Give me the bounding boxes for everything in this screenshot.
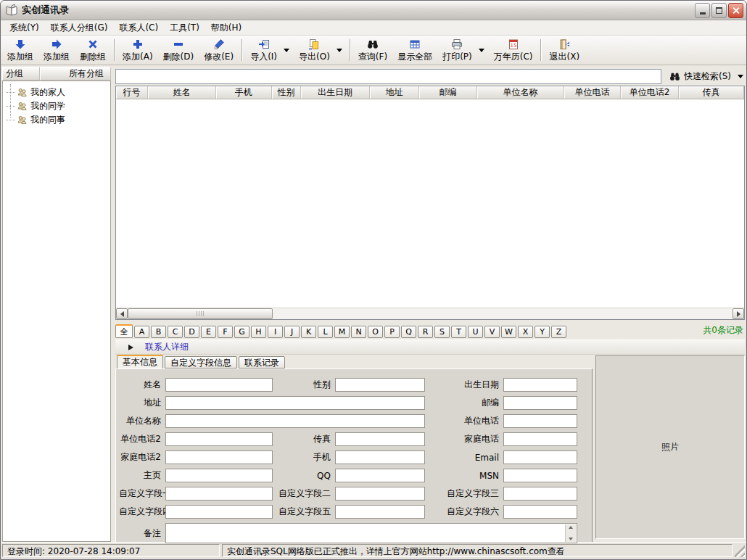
search-button[interactable]: 查询(F): [353, 37, 392, 64]
close-button[interactable]: [728, 3, 743, 18]
col-row-number[interactable]: 行号: [116, 86, 148, 99]
name-field[interactable]: [165, 378, 273, 392]
quick-search-button[interactable]: 快速检索(S): [668, 69, 745, 84]
scroll-left-button[interactable]: [116, 308, 128, 319]
home-phone-field[interactable]: [503, 432, 577, 446]
print-button[interactable]: 打印(P): [437, 37, 477, 64]
col-company-phone[interactable]: 单位电话: [564, 86, 621, 99]
alpha-tab-h[interactable]: H: [251, 326, 266, 338]
alpha-tab-f[interactable]: F: [218, 326, 233, 338]
add-group-down-button[interactable]: 添加组: [2, 37, 38, 64]
alpha-tab-z[interactable]: Z: [551, 326, 566, 338]
alpha-tab-p[interactable]: P: [384, 326, 400, 338]
add-contact-button[interactable]: 添加(A): [117, 37, 158, 64]
alpha-tab-w[interactable]: W: [501, 326, 516, 338]
tab-contact-log[interactable]: 联系记录: [239, 356, 285, 368]
minimize-button[interactable]: [695, 3, 710, 18]
tree-item-classmates[interactable]: 我的同学: [3, 99, 110, 113]
gender-field[interactable]: [335, 378, 425, 392]
alpha-tab-i[interactable]: I: [268, 326, 283, 338]
custom1-field[interactable]: [165, 487, 273, 501]
custom5-field[interactable]: [335, 505, 425, 519]
alpha-tab-s[interactable]: S: [434, 326, 450, 338]
menu-help[interactable]: 帮助(H): [205, 20, 247, 36]
zipcode-field[interactable]: [503, 396, 577, 410]
custom4-field[interactable]: [165, 505, 273, 519]
homepage-field[interactable]: [165, 469, 273, 482]
alpha-tab-g[interactable]: G: [234, 326, 249, 338]
calendar-button[interactable]: 15 万年历(C): [489, 37, 538, 64]
alpha-tab-n[interactable]: N: [351, 326, 366, 338]
export-button[interactable]: 导出(O): [294, 37, 335, 64]
tab-basic-info[interactable]: 基本信息: [117, 355, 163, 368]
resize-grip[interactable]: [735, 544, 745, 557]
menu-system[interactable]: 系统(Y): [4, 20, 45, 36]
alpha-tab-m[interactable]: M: [334, 326, 350, 338]
alpha-tab-all[interactable]: 全: [115, 324, 133, 338]
col-name[interactable]: 姓名: [148, 86, 216, 99]
alpha-tab-b[interactable]: B: [151, 326, 166, 338]
note-scrollbar[interactable]: [565, 524, 576, 542]
alpha-tab-o[interactable]: O: [368, 326, 383, 338]
exit-button[interactable]: 退出(X): [544, 37, 585, 64]
alpha-tab-l[interactable]: L: [318, 326, 333, 338]
alpha-tab-v[interactable]: V: [484, 326, 500, 338]
alpha-tab-x[interactable]: X: [518, 326, 533, 338]
menu-tools[interactable]: 工具(T): [164, 20, 205, 36]
import-dropdown-arrow[interactable]: [284, 49, 289, 52]
menu-contact-groups[interactable]: 联系人分组(G): [45, 20, 114, 36]
tree-item-colleagues[interactable]: 我的同事: [3, 113, 110, 127]
email-field[interactable]: [503, 450, 577, 464]
alpha-tab-r[interactable]: R: [418, 326, 433, 338]
col-address[interactable]: 地址: [370, 86, 419, 99]
tree-item-family[interactable]: 我的家人: [3, 86, 110, 99]
alpha-tab-d[interactable]: D: [184, 326, 199, 338]
alpha-tab-e[interactable]: E: [201, 326, 216, 338]
custom2-field[interactable]: [335, 487, 425, 501]
scrollbar-track[interactable]: [128, 308, 732, 319]
mobile-field[interactable]: [335, 450, 425, 464]
company-phone-field[interactable]: [503, 414, 577, 428]
col-mobile[interactable]: 手机: [216, 86, 272, 99]
scrollbar-thumb[interactable]: [128, 308, 273, 319]
alpha-tab-k[interactable]: K: [301, 326, 316, 338]
birthday-field[interactable]: [503, 378, 577, 392]
col-zipcode[interactable]: 邮编: [419, 86, 477, 99]
alpha-tab-t[interactable]: T: [451, 326, 466, 338]
col-company[interactable]: 单位名称: [477, 86, 564, 99]
alpha-tab-j[interactable]: J: [284, 326, 300, 338]
add-group-right-button[interactable]: 添加组: [38, 37, 75, 64]
table-body[interactable]: [116, 99, 744, 308]
alpha-tab-a[interactable]: A: [134, 326, 149, 338]
maximize-button[interactable]: [711, 3, 727, 18]
delete-group-button[interactable]: 删除组: [75, 37, 111, 64]
qq-field[interactable]: [335, 469, 425, 482]
custom6-field[interactable]: [503, 505, 577, 519]
fax-field[interactable]: [335, 432, 425, 446]
show-all-button[interactable]: 显示全部: [392, 37, 437, 64]
export-dropdown-arrow[interactable]: [337, 49, 342, 52]
edit-contact-button[interactable]: 修改(E): [199, 37, 239, 64]
search-input[interactable]: [115, 69, 661, 84]
home-phone2-field[interactable]: [165, 450, 273, 464]
alpha-tab-c[interactable]: C: [168, 326, 183, 338]
company-field[interactable]: [165, 414, 425, 428]
quick-search-dropdown-arrow[interactable]: [738, 75, 743, 78]
alpha-tab-q[interactable]: Q: [401, 326, 416, 338]
address-field[interactable]: [165, 396, 425, 410]
scroll-right-button[interactable]: [732, 308, 744, 319]
photo-panel[interactable]: 照片: [595, 355, 745, 539]
col-gender[interactable]: 性别: [272, 86, 301, 99]
import-button[interactable]: 导入(I): [245, 37, 282, 64]
sidebar-header-groups[interactable]: 分组: [2, 67, 40, 81]
custom3-field[interactable]: [503, 487, 577, 501]
msn-field[interactable]: [503, 469, 577, 482]
alpha-tab-u[interactable]: U: [468, 326, 483, 338]
print-dropdown-arrow[interactable]: [479, 49, 484, 52]
sidebar-header-all-groups[interactable]: 所有分组: [40, 67, 111, 81]
tab-custom-fields[interactable]: 自定义字段信息: [165, 356, 237, 368]
col-fax[interactable]: 传真: [679, 86, 744, 99]
note-field[interactable]: [165, 523, 577, 543]
menu-contacts[interactable]: 联系人(C): [113, 20, 164, 36]
col-company-phone2[interactable]: 单位电话2: [621, 86, 679, 99]
